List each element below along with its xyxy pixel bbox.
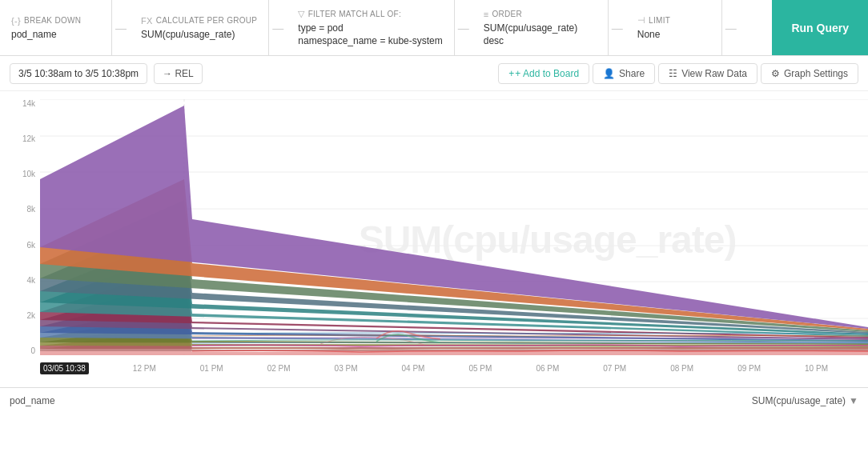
order-section[interactable]: ≡ ORDER SUM(cpu/usage_rate) desc [472, 0, 609, 55]
area-chart-svg [40, 99, 868, 355]
x-tick: 08 PM [670, 364, 693, 373]
legend-sum-value: SUM(cpu/usage_rate) [752, 395, 846, 406]
date-range-picker[interactable]: 3/5 10:38am to 3/5 10:38pm [10, 63, 147, 84]
order-icon: ≡ [484, 10, 489, 19]
add-board-label: + Add to Board [515, 68, 579, 79]
share-icon: 👤 [603, 68, 615, 79]
y-axis: 02k4k6k8k10k12k14k [0, 99, 40, 355]
sep2: — [269, 0, 287, 55]
calculate-value: SUM(cpu/usage_rate) [141, 29, 257, 40]
calculate-icon: fx [141, 16, 153, 26]
y-tick: 12k [5, 134, 35, 143]
run-query-button[interactable]: Run Query [772, 0, 868, 55]
sort-icon[interactable]: ▼ [849, 395, 858, 406]
rel-button[interactable]: → REL [154, 63, 203, 84]
x-tick: 07 PM [603, 364, 626, 373]
x-tick: 03/05 10:38 [40, 362, 89, 374]
table-icon: ☷ [669, 68, 677, 79]
filter-section[interactable]: ▽ FILTER MATCH ALL OF: type = pod namesp… [287, 0, 454, 55]
chart-area: SUM(cpu/usage_rate) 02k4k6k8k10k12k14k [0, 91, 868, 387]
limit-section[interactable]: ⊣ LIMIT None [626, 0, 722, 55]
break-down-value: pod_name [11, 29, 100, 40]
break-down-section[interactable]: {-} BREAK DOWN pod_name [0, 0, 112, 55]
x-tick: 10 PM [805, 364, 828, 373]
graph-settings-button[interactable]: ⚙ Graph Settings [761, 63, 858, 84]
sep4: — [609, 0, 626, 55]
x-tick: 09 PM [737, 364, 761, 373]
order-value: SUM(cpu/usage_rate) desc [484, 22, 597, 46]
share-button[interactable]: 👤 Share [593, 63, 655, 84]
calculate-label: fx CALCULATE PER GROUP [141, 16, 257, 26]
x-tick: 12 PM [133, 364, 156, 373]
view-raw-label: View Raw Data [681, 68, 747, 79]
calculate-section[interactable]: fx CALCULATE PER GROUP SUM(cpu/usage_rat… [130, 0, 269, 55]
y-tick: 6k [5, 241, 35, 250]
x-tick: 06 PM [536, 364, 559, 373]
y-tick: 2k [5, 311, 35, 320]
x-tick: 01 PM [200, 364, 223, 373]
chart-plot[interactable] [40, 99, 868, 355]
query-bar: {-} BREAK DOWN pod_name — fx CALCULATE P… [0, 0, 868, 56]
y-tick: 0 [5, 346, 35, 355]
x-tick: 03 PM [335, 364, 358, 373]
view-raw-data-button[interactable]: ☷ View Raw Data [658, 63, 757, 84]
limit-icon: ⊣ [637, 15, 645, 26]
add-to-board-button[interactable]: + + Add to Board [498, 63, 589, 84]
plus-icon: + [508, 68, 514, 79]
y-tick: 4k [5, 276, 35, 285]
filter-label: ▽ FILTER MATCH ALL OF: [298, 9, 442, 19]
x-tick: 02 PM [267, 364, 291, 373]
order-label: ≡ ORDER [484, 10, 597, 19]
x-tick: 04 PM [402, 364, 425, 373]
y-tick: 14k [5, 99, 35, 108]
sep3: — [455, 0, 472, 55]
limit-label: ⊣ LIMIT [637, 15, 710, 26]
graph-settings-label: Graph Settings [784, 68, 848, 79]
filter-icon: ▽ [298, 9, 304, 19]
x-tick: 05 PM [468, 364, 492, 373]
toolbar: 3/5 10:38am to 3/5 10:38pm → REL + + Add… [0, 56, 868, 91]
share-label: Share [619, 68, 645, 79]
limit-value: None [637, 29, 710, 40]
x-axis: 03/05 10:3812 PM01 PM02 PM03 PM04 PM05 P… [0, 355, 868, 378]
toolbar-left: 3/5 10:38am to 3/5 10:38pm → REL [10, 63, 203, 84]
legend-right: SUM(cpu/usage_rate) ▼ [752, 395, 858, 406]
break-down-icon: {-} [11, 16, 21, 26]
legend-bar: pod_name SUM(cpu/usage_rate) ▼ [0, 387, 868, 413]
sep1: — [112, 0, 130, 55]
y-tick: 10k [5, 170, 35, 178]
toolbar-right: + + Add to Board 👤 Share ☷ View Raw Data… [498, 63, 858, 84]
filter-value: type = pod namespace_name = kube-system [298, 22, 442, 46]
gear-icon: ⚙ [771, 68, 780, 79]
y-tick: 8k [5, 205, 35, 214]
sep5: — [722, 0, 740, 55]
legend-pod-name: pod_name [10, 395, 55, 406]
break-down-label: {-} BREAK DOWN [11, 16, 100, 26]
chart-container: 02k4k6k8k10k12k14k [0, 99, 868, 355]
